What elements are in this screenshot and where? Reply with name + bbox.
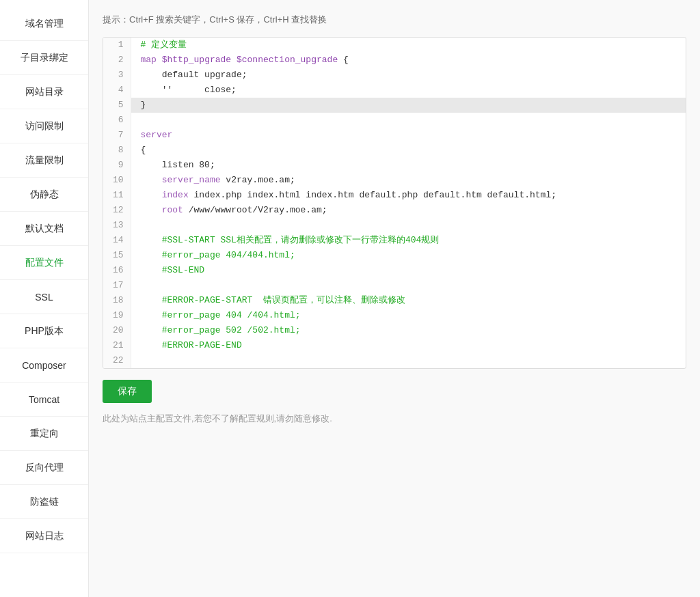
- sidebar-item-sitelog[interactable]: 网站日志: [0, 519, 88, 553]
- sidebar-item-reverseproxy[interactable]: 反向代理: [0, 451, 88, 485]
- line-number-5: 5: [103, 98, 131, 113]
- line-code-22: [131, 353, 686, 368]
- line-number-22: 22: [103, 353, 131, 368]
- hint-bar: 提示：Ctrl+F 搜索关键字，Ctrl+S 保存，Ctrl+H 查找替换: [103, 11, 686, 29]
- sidebar-item-tomcat[interactable]: Tomcat: [0, 383, 88, 417]
- sidebar: 域名管理子目录绑定网站目录访问限制流量限制伪静态默认文档配置文件SSLPHP版本…: [0, 0, 89, 597]
- code-line-5: 5}: [103, 98, 686, 113]
- line-code-7: server: [131, 128, 686, 143]
- sidebar-item-domain[interactable]: 域名管理: [0, 7, 88, 41]
- code-line-18: 18 #ERROR-PAGE-START 错误页配置，可以注释、删除或修改: [103, 293, 686, 308]
- line-code-11: index index.php index.html index.htm def…: [131, 188, 686, 203]
- line-code-21: #ERROR-PAGE-END: [131, 338, 686, 353]
- line-code-16: #SSL-END: [131, 263, 686, 278]
- code-line-2: 2map $http_upgrade $connection_upgrade {: [103, 53, 686, 68]
- line-code-12: root /www/wwwroot/V2ray.moe.am;: [131, 203, 686, 218]
- code-line-15: 15 #error_page 404/404.html;: [103, 248, 686, 263]
- code-line-10: 10 server_name v2ray.moe.am;: [103, 173, 686, 188]
- sidebar-item-composer[interactable]: Composer: [0, 348, 88, 383]
- line-code-6: [131, 113, 686, 128]
- line-number-17: 17: [103, 278, 131, 293]
- line-number-12: 12: [103, 203, 131, 218]
- line-code-8: {: [131, 143, 686, 158]
- sidebar-item-ssl[interactable]: SSL: [0, 280, 88, 314]
- line-code-2: map $http_upgrade $connection_upgrade {: [131, 53, 686, 68]
- line-number-14: 14: [103, 233, 131, 248]
- hint-text: 提示：Ctrl+F 搜索关键字，Ctrl+S 保存，Ctrl+H 查找替换: [103, 14, 327, 25]
- code-line-6: 6: [103, 113, 686, 128]
- sidebar-item-redirect[interactable]: 重定向: [0, 417, 88, 451]
- line-code-18: #ERROR-PAGE-START 错误页配置，可以注释、删除或修改: [131, 293, 686, 308]
- sidebar-item-traffic[interactable]: 流量限制: [0, 143, 88, 178]
- line-number-3: 3: [103, 68, 131, 83]
- sidebar-item-hotlink[interactable]: 防盗链: [0, 485, 88, 519]
- code-line-7: 7server: [103, 128, 686, 143]
- line-code-3: default upgrade;: [131, 68, 686, 83]
- line-number-18: 18: [103, 293, 131, 308]
- line-number-10: 10: [103, 173, 131, 188]
- line-number-13: 13: [103, 218, 131, 233]
- line-number-21: 21: [103, 338, 131, 353]
- line-code-4: '' close;: [131, 83, 686, 98]
- sidebar-item-sitedir[interactable]: 网站目录: [0, 75, 88, 109]
- code-line-19: 19 #error_page 404 /404.html;: [103, 308, 686, 323]
- line-code-13: [131, 218, 686, 233]
- line-number-1: 1: [103, 38, 131, 53]
- line-code-17: [131, 278, 686, 293]
- line-code-5: }: [131, 98, 686, 113]
- code-line-8: 8{: [103, 143, 686, 158]
- code-line-20: 20 #error_page 502 /502.html;: [103, 323, 686, 338]
- code-table: 1# 定义变量2map $http_upgrade $connection_up…: [103, 38, 686, 368]
- line-number-16: 16: [103, 263, 131, 278]
- code-editor[interactable]: 1# 定义变量2map $http_upgrade $connection_up…: [103, 37, 686, 369]
- sidebar-item-subdir[interactable]: 子目录绑定: [0, 41, 88, 75]
- sidebar-item-config[interactable]: 配置文件: [0, 246, 88, 280]
- code-line-16: 16 #SSL-END: [103, 263, 686, 278]
- line-code-10: server_name v2ray.moe.am;: [131, 173, 686, 188]
- line-number-7: 7: [103, 128, 131, 143]
- line-number-9: 9: [103, 158, 131, 173]
- line-number-19: 19: [103, 308, 131, 323]
- save-button[interactable]: 保存: [103, 380, 152, 403]
- code-line-12: 12 root /www/wwwroot/V2ray.moe.am;: [103, 203, 686, 218]
- line-code-9: listen 80;: [131, 158, 686, 173]
- line-code-14: #SSL-START SSL相关配置，请勿删除或修改下一行带注释的404规则: [131, 233, 686, 248]
- code-line-3: 3 default upgrade;: [103, 68, 686, 83]
- line-code-20: #error_page 502 /502.html;: [131, 323, 686, 338]
- code-line-14: 14 #SSL-START SSL相关配置，请勿删除或修改下一行带注释的404规…: [103, 233, 686, 248]
- line-code-15: #error_page 404/404.html;: [131, 248, 686, 263]
- main-content: 提示：Ctrl+F 搜索关键字，Ctrl+S 保存，Ctrl+H 查找替换 1#…: [89, 0, 700, 597]
- code-line-13: 13: [103, 218, 686, 233]
- code-line-21: 21 #ERROR-PAGE-END: [103, 338, 686, 353]
- line-number-6: 6: [103, 113, 131, 128]
- sidebar-item-defaultdoc[interactable]: 默认文档: [0, 212, 88, 246]
- line-number-4: 4: [103, 83, 131, 98]
- line-number-2: 2: [103, 53, 131, 68]
- line-number-11: 11: [103, 188, 131, 203]
- line-code-1: # 定义变量: [131, 38, 686, 53]
- sidebar-item-fakestatic[interactable]: 伪静态: [0, 178, 88, 212]
- code-line-17: 17: [103, 278, 686, 293]
- code-line-4: 4 '' close;: [103, 83, 686, 98]
- code-line-9: 9 listen 80;: [103, 158, 686, 173]
- code-line-11: 11 index index.php index.html index.htm …: [103, 188, 686, 203]
- code-line-1: 1# 定义变量: [103, 38, 686, 53]
- footer-note: 此处为站点主配置文件,若您不了解配置规则,请勿随意修改.: [103, 413, 686, 425]
- line-number-15: 15: [103, 248, 131, 263]
- line-code-19: #error_page 404 /404.html;: [131, 308, 686, 323]
- code-line-22: 22: [103, 353, 686, 368]
- line-number-20: 20: [103, 323, 131, 338]
- line-number-8: 8: [103, 143, 131, 158]
- sidebar-item-access[interactable]: 访问限制: [0, 109, 88, 143]
- sidebar-item-phpver[interactable]: PHP版本: [0, 314, 88, 348]
